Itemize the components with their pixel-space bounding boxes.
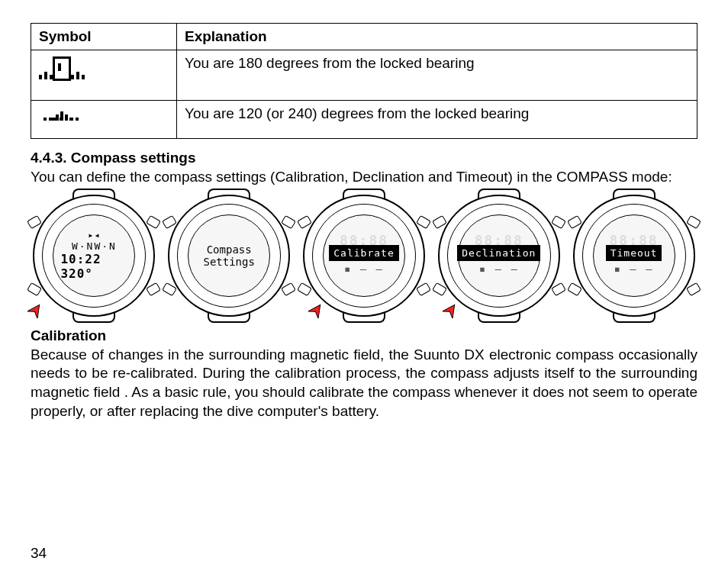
table-row: You are 120 (or 240) degrees from the lo… bbox=[31, 101, 697, 139]
table-header-explanation: Explanation bbox=[177, 24, 697, 50]
section-intro-text: You can define the compass settings (Cal… bbox=[31, 168, 697, 187]
watch-sequence-illustration: ▸◂ W·NW·N 10:22 320° Compass Settings bbox=[31, 195, 697, 317]
lcd-segment-ghost-icon: 88:88 bbox=[609, 236, 658, 246]
watch-compass-view: ▸◂ W·NW·N 10:22 320° bbox=[31, 195, 158, 317]
symbol-180-icon bbox=[31, 50, 177, 101]
watch-calibrate: 88:88 Calibrate ▪ — — bbox=[301, 195, 428, 317]
lcd-menu-label: Timeout bbox=[606, 245, 662, 261]
lcd-dashes-icon: ▪ — — bbox=[479, 263, 519, 275]
lcd-text-line1: Compass bbox=[207, 243, 252, 256]
watch-compass-settings: Compass Settings bbox=[166, 195, 293, 317]
press-arrow-icon bbox=[308, 301, 325, 318]
watch-declination: 88:88 Declination ▪ — — bbox=[435, 195, 562, 317]
explanation-cell: You are 120 (or 240) degrees from the lo… bbox=[177, 101, 697, 139]
page-number: 34 bbox=[31, 545, 47, 562]
lcd-top-row: ▸◂ bbox=[88, 230, 100, 240]
table-row: You are 180 degrees from the locked bear… bbox=[31, 50, 697, 101]
lcd-dashes-icon: ▪ — — bbox=[614, 263, 654, 275]
lcd-segment-ghost-icon: 88:88 bbox=[475, 236, 523, 246]
lcd-menu-label: Calibrate bbox=[329, 245, 398, 261]
table-header-symbol: Symbol bbox=[31, 24, 177, 50]
lcd-dashes-icon: ▪ — — bbox=[344, 263, 384, 275]
lcd-time-bearing: 10:22 320° bbox=[60, 252, 127, 281]
symbol-120-icon bbox=[31, 101, 177, 139]
lcd-segment-ghost-icon: 88:88 bbox=[340, 236, 388, 246]
symbol-explanation-table: Symbol Explanation You are 180 degrees f… bbox=[31, 23, 697, 139]
lcd-menu-label: Declination bbox=[457, 245, 540, 261]
explanation-cell: You are 180 degrees from the locked bear… bbox=[177, 50, 697, 101]
lcd-compass-letters: W·NW·N bbox=[72, 240, 117, 252]
press-arrow-icon bbox=[443, 301, 459, 318]
watch-timeout: 88:88 Timeout ▪ — — bbox=[570, 195, 697, 317]
subsection-heading-calibration: Calibration bbox=[31, 327, 697, 344]
calibration-body-text: Because of changes in the surrounding ma… bbox=[31, 346, 697, 421]
section-heading-compass-settings: 4.4.3. Compass settings bbox=[31, 150, 697, 166]
lcd-text-line2: Settings bbox=[203, 256, 254, 268]
press-arrow-icon bbox=[27, 301, 44, 318]
